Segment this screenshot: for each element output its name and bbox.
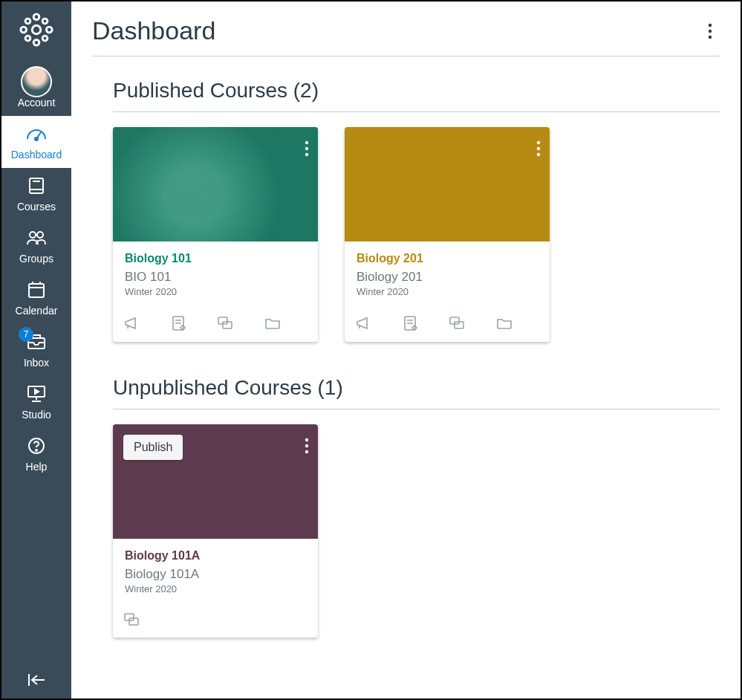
published-card-grid: Biology 101 BIO 101 Winter 2020 [113,127,720,342]
course-term: Winter 2020 [357,286,538,297]
folder-icon [496,317,512,330]
course-title: Biology 101 [125,252,306,265]
courses-icon [27,174,46,198]
nav-label-studio: Studio [22,409,51,421]
help-icon [27,434,46,458]
assignment-icon [171,315,186,331]
svg-rect-16 [29,284,44,297]
more-vertical-icon [536,140,541,157]
nav-item-dashboard[interactable]: Dashboard [1,116,71,168]
course-card-biology-101[interactable]: Biology 101 BIO 101 Winter 2020 [113,127,318,342]
svg-point-35 [305,141,308,144]
nav-label-account: Account [18,97,56,108]
nav-item-inbox[interactable]: 7 Inbox [1,324,71,376]
svg-point-29 [36,450,37,451]
svg-point-14 [30,232,36,238]
inbox-badge: 7 [19,327,33,342]
nav-label-dashboard: Dashboard [11,149,62,161]
page-header: Dashboard [92,16,720,56]
nav-item-calendar[interactable]: Calendar [1,272,71,324]
unpublished-card-grid: Publish Biology 101A Biology 101A Winter… [113,424,720,638]
svg-point-2 [33,39,39,45]
svg-point-10 [35,137,38,140]
assignments-link[interactable] [171,315,186,331]
course-card-biology-101a[interactable]: Publish Biology 101A Biology 101A Winter… [113,424,318,638]
app-logo [19,12,54,48]
published-heading: Published Courses (2) [113,79,720,112]
svg-point-7 [25,36,30,41]
svg-point-1 [33,14,39,20]
nav-item-groups[interactable]: Groups [1,220,71,272]
course-code: BIO 101 [125,270,306,285]
svg-point-3 [21,27,27,33]
svg-point-6 [42,19,48,24]
card-actions [113,605,318,638]
announcements-link[interactable] [123,315,140,331]
more-vertical-icon [305,140,309,157]
discussion-icon [449,316,465,331]
nav-item-courses[interactable]: Courses [1,168,71,220]
course-title: Biology 201 [357,252,538,265]
page-title: Dashboard [92,16,215,45]
nav-label-help: Help [26,461,48,473]
nav-label-inbox: Inbox [24,357,49,369]
groups-icon [25,226,48,250]
studio-icon [26,382,47,406]
svg-point-4 [46,27,52,33]
dashboard-options-button[interactable] [700,22,720,41]
main-content: Dashboard Published Courses (2) [71,1,741,699]
course-card-biology-201[interactable]: Biology 201 Biology 201 Winter 2020 [345,127,550,342]
svg-point-15 [37,232,43,238]
nav-item-account[interactable]: Account [1,64,71,116]
discussion-icon [123,612,140,627]
discussion-icon [217,316,233,331]
discussions-link[interactable] [123,612,140,627]
card-options-button[interactable] [536,140,541,157]
calendar-icon [27,278,46,302]
files-link[interactable] [264,315,281,331]
card-body: Biology 101A Biology 101A Winter 2020 [113,539,318,605]
card-options-button[interactable] [305,140,309,157]
course-term: Winter 2020 [125,286,306,297]
collapse-nav-button[interactable] [1,661,71,699]
megaphone-icon [123,316,140,331]
card-actions [345,308,550,342]
course-cover: Publish [113,424,318,539]
nav-item-help[interactable]: Help [1,428,71,480]
files-link[interactable] [496,315,512,331]
card-actions [113,308,318,342]
course-code: Biology 201 [357,270,538,285]
svg-point-0 [32,25,41,34]
card-body: Biology 201 Biology 201 Winter 2020 [345,242,550,308]
nav-label-groups: Groups [19,253,53,265]
published-courses-section: Published Courses (2) Biology 101 BIO 10… [92,79,720,342]
dashboard-icon [25,122,48,146]
svg-point-34 [709,35,712,38]
svg-point-48 [305,444,308,447]
svg-point-33 [709,29,712,32]
assignments-link[interactable] [403,315,417,331]
publish-button[interactable]: Publish [123,435,183,460]
more-vertical-icon [708,23,712,39]
announcements-link[interactable] [355,315,371,331]
card-options-button[interactable] [305,438,309,454]
course-term: Winter 2020 [125,583,306,594]
folder-icon [264,317,281,330]
unpublished-heading: Unpublished Courses (1) [113,376,720,409]
course-cover [345,127,550,242]
svg-point-8 [42,36,48,41]
discussions-link[interactable] [217,315,233,331]
svg-point-37 [305,153,308,156]
nav-label-courses: Courses [17,201,56,213]
svg-point-5 [25,19,30,24]
nav-label-calendar: Calendar [16,305,58,317]
more-vertical-icon [305,438,309,454]
avatar-icon [21,66,52,97]
nav-item-studio[interactable]: Studio [1,376,71,428]
svg-point-36 [305,147,308,150]
collapse-icon [27,673,46,687]
svg-point-41 [537,141,540,144]
svg-point-49 [305,450,308,453]
discussions-link[interactable] [449,315,465,331]
app-frame: Account Dashboard Courses [0,0,742,700]
